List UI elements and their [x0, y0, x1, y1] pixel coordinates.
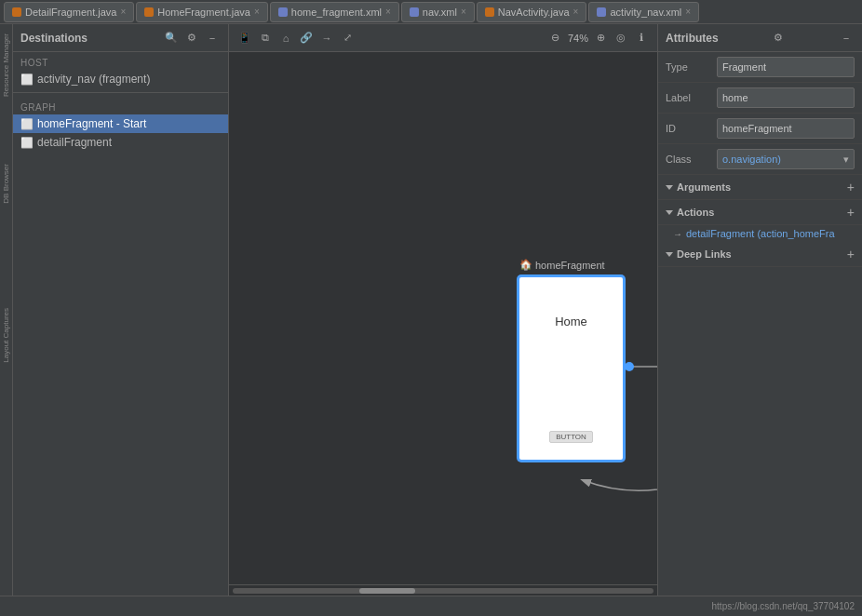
attributes-panel: Attributes ⚙ − Type Fragment Label home …	[657, 24, 862, 596]
sidebar: Destinations 🔍 ⚙ − HOST ⬜ activity_nav (…	[13, 24, 229, 596]
action-arrow-icon: →	[673, 229, 682, 239]
xml-icon	[410, 7, 419, 17]
sidebar-divider	[13, 92, 228, 93]
arrow-button[interactable]: →	[318, 30, 335, 47]
scrollbar[interactable]	[229, 584, 657, 596]
close-icon[interactable]: ×	[685, 7, 691, 17]
zoom-in-button[interactable]: ⊕	[592, 30, 609, 47]
dropdown-arrow-icon[interactable]: ▾	[843, 154, 849, 166]
tab-label: activity_nav.xml	[610, 7, 681, 18]
link-button[interactable]: 🔗	[298, 30, 315, 47]
tab-nav-activity-java[interactable]: NavActivity.java ×	[477, 2, 587, 22]
class-value[interactable]: o.navigation) ▾	[717, 149, 855, 169]
tab-activity-nav-xml[interactable]: activity_nav.xml ×	[588, 2, 699, 22]
java-icon	[12, 7, 21, 17]
sidebar-item-home-fragment[interactable]: ⬜ homeFragment - Start	[13, 114, 228, 133]
close-icon[interactable]: ×	[254, 7, 260, 17]
type-value[interactable]: Fragment	[717, 57, 855, 77]
svg-point-3	[625, 362, 634, 371]
scrollbar-thumb[interactable]	[359, 588, 415, 594]
home-button-widget: BUTTON	[549, 431, 593, 443]
zoom-fit-button[interactable]: ◎	[613, 30, 629, 47]
left-strip: Resource Manager DB Browser Layout Captu…	[0, 24, 13, 596]
attributes-header: Attributes ⚙ −	[658, 24, 862, 52]
type-label: Type	[666, 61, 717, 73]
fragment-home-box[interactable]: 🏠 homeFragment Home BUTTON	[518, 275, 625, 462]
tab-label: HomeFragment.java	[157, 7, 250, 18]
class-label: Class	[666, 154, 717, 165]
tab-detail-fragment-java[interactable]: DetailFragment.java ×	[4, 2, 134, 22]
search-button[interactable]: 🔍	[163, 30, 180, 47]
label-label: Label	[666, 92, 717, 103]
deep-links-triangle-icon	[666, 252, 673, 257]
close-icon[interactable]: ×	[385, 7, 391, 17]
attributes-close-button[interactable]: −	[838, 30, 855, 47]
fragment-icon: ⬜	[20, 74, 34, 86]
actions-add-button[interactable]: +	[847, 205, 855, 220]
home-icon: 🏠	[519, 259, 532, 271]
deep-links-section[interactable]: Deep Links +	[658, 242, 862, 267]
expand-button[interactable]: ⤢	[339, 30, 356, 47]
home-center-text: Home	[555, 315, 587, 328]
zoom-control: ⊖ 74% ⊕ ◎ ℹ	[547, 30, 650, 47]
close-icon[interactable]: ×	[461, 7, 466, 17]
attr-row-label: Label home	[658, 83, 862, 114]
actions-label: Actions	[677, 207, 714, 218]
actions-item-label: detailFragment (action_homeFra	[686, 228, 835, 239]
home-fragment-label-container: 🏠 homeFragment	[519, 259, 605, 271]
attr-row-type: Type Fragment	[658, 52, 862, 83]
fragment-icon: ⬜	[20, 137, 34, 149]
arguments-add-button[interactable]: +	[847, 180, 855, 194]
actions-section[interactable]: Actions +	[658, 200, 862, 225]
deep-links-label: Deep Links	[677, 248, 732, 260]
arguments-section-left: Arguments	[666, 181, 731, 193]
canvas-area: 📱 ⧉ ⌂ 🔗 → ⤢ ⊖ 74% ⊕ ◎ ℹ	[229, 24, 657, 596]
sidebar-item-detail-fragment[interactable]: ⬜ detailFragment	[13, 133, 228, 152]
attributes-settings-button[interactable]: ⚙	[770, 30, 787, 47]
deep-links-section-left: Deep Links	[666, 248, 732, 260]
copy-button[interactable]: ⧉	[257, 30, 274, 47]
tab-nav-xml[interactable]: nav.xml ×	[401, 2, 475, 22]
close-icon[interactable]: ×	[120, 7, 126, 17]
status-url: https://blog.csdn.net/qq_37704102	[712, 601, 855, 611]
settings-button[interactable]: ⚙	[183, 30, 200, 47]
host-section-label: HOST	[13, 52, 228, 70]
zoom-label: 74%	[568, 33, 588, 44]
resource-manager-label: Resource Manager	[2, 28, 10, 102]
sidebar-title: Destinations	[20, 32, 88, 45]
fragment-icon: ⬜	[20, 118, 34, 130]
id-value[interactable]: homeFragment	[717, 118, 855, 139]
sidebar-header: Destinations 🔍 ⚙ −	[13, 24, 228, 52]
zoom-out-button[interactable]: ⊖	[547, 30, 564, 47]
close-icon[interactable]: ×	[573, 7, 579, 17]
actions-section-left: Actions	[666, 207, 714, 218]
tab-label: DetailFragment.java	[25, 7, 116, 18]
deep-links-add-button[interactable]: +	[847, 247, 855, 261]
tab-label: nav.xml	[423, 7, 457, 18]
attr-row-id: ID homeFragment	[658, 114, 862, 144]
sidebar-icons: 🔍 ⚙ −	[163, 30, 221, 47]
home-fragment-label: homeFragment	[535, 260, 605, 271]
actions-item[interactable]: → detailFragment (action_homeFra	[658, 225, 862, 242]
label-value[interactable]: home	[717, 87, 855, 108]
canvas-toolbar: 📱 ⧉ ⌂ 🔗 → ⤢ ⊖ 74% ⊕ ◎ ℹ	[229, 24, 657, 52]
sidebar-item-activity-nav[interactable]: ⬜ activity_nav (fragment)	[13, 70, 228, 88]
minimize-button[interactable]: −	[204, 30, 221, 47]
tab-home-fragment-java[interactable]: HomeFragment.java ×	[136, 2, 268, 22]
arguments-triangle-icon	[666, 185, 673, 190]
add-destination-button[interactable]: 📱	[236, 30, 253, 47]
graph-section-label: GRAPH	[13, 97, 228, 114]
main-layout: Resource Manager DB Browser Layout Captu…	[0, 24, 862, 596]
tab-home-fragment-xml[interactable]: home_fragment.xml ×	[270, 2, 399, 22]
info-button[interactable]: ℹ	[633, 30, 650, 47]
tab-label: home_fragment.xml	[291, 7, 382, 18]
attr-row-class: Class o.navigation) ▾	[658, 144, 862, 175]
db-browser-label: DB Browser	[2, 158, 10, 209]
canvas-content[interactable]: 🏠 homeFragment Home BUTTON detailFragmen…	[229, 52, 657, 584]
home-button[interactable]: ⌂	[277, 30, 294, 47]
arguments-section[interactable]: Arguments +	[658, 175, 862, 200]
sidebar-item-label: homeFragment - Start	[37, 117, 146, 130]
arguments-label: Arguments	[677, 181, 731, 193]
java-icon	[144, 7, 154, 17]
scrollbar-track	[233, 588, 653, 594]
